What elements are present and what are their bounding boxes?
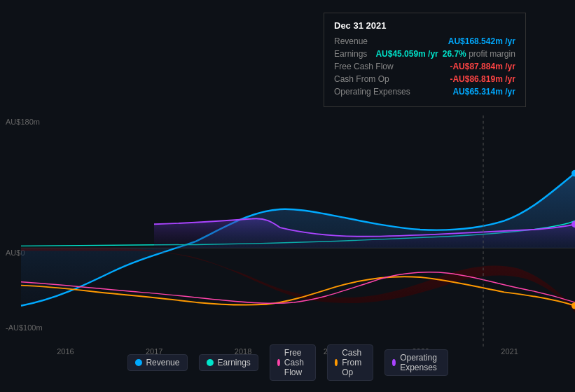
tooltip-row-cashop: Cash From Op -AU$86.819m /yr — [334, 74, 515, 84]
tooltip-label-opex: Operating Expenses — [334, 87, 410, 97]
legend-item-opex[interactable]: Operating Expenses — [385, 349, 448, 376]
tooltip-value-cashop: -AU$86.819m /yr — [450, 74, 515, 84]
x-label-2021: 2021 — [501, 347, 518, 356]
tooltip-row-earnings: Earnings AU$45.059m /yr 26.7% profit mar… — [334, 49, 515, 59]
legend-dot-revenue — [134, 359, 141, 366]
tooltip-row-opex: Operating Expenses AU$65.314m /yr — [334, 87, 515, 97]
tooltip-date: Dec 31 2021 — [334, 20, 515, 31]
tooltip-label-revenue: Revenue — [334, 36, 368, 46]
tooltip-label-fcf: Free Cash Flow — [334, 62, 394, 71]
legend: Revenue Earnings Free Cash Flow Cash Fro… — [127, 344, 448, 381]
legend-dot-earnings — [206, 359, 213, 366]
tooltip-value-revenue: AU$168.542m /yr — [448, 36, 515, 46]
x-label-2016: 2016 — [57, 347, 74, 356]
tooltip-value-earnings: AU$45.059m /yr — [375, 49, 438, 59]
tooltip-row-revenue: Revenue AU$168.542m /yr — [334, 36, 515, 46]
legend-label-fcf: Free Cash Flow — [284, 348, 308, 377]
legend-label-opex: Operating Expenses — [400, 353, 440, 372]
tooltip-label-cashop: Cash From Op — [334, 74, 389, 84]
legend-item-revenue[interactable]: Revenue — [127, 354, 187, 371]
chart-svg — [0, 115, 575, 346]
tooltip-box: Dec 31 2021 Revenue AU$168.542m /yr Earn… — [324, 13, 526, 107]
legend-dot-cashop — [335, 359, 338, 366]
tooltip-value-fcf: -AU$87.884m /yr — [450, 62, 515, 71]
legend-label-cashop: Cash From Op — [342, 348, 366, 377]
profit-margin: 26.7% profit margin — [443, 49, 515, 59]
chart-container: Dec 31 2021 Revenue AU$168.542m /yr Earn… — [0, 0, 575, 392]
legend-item-cashop[interactable]: Cash From Op — [327, 344, 373, 381]
legend-item-fcf[interactable]: Free Cash Flow — [270, 344, 316, 381]
legend-dot-fcf — [277, 359, 280, 366]
tooltip-row-fcf: Free Cash Flow -AU$87.884m /yr — [334, 62, 515, 71]
tooltip-label-earnings: Earnings — [334, 49, 367, 59]
legend-item-earnings[interactable]: Earnings — [198, 354, 258, 371]
tooltip-value-opex: AU$65.314m /yr — [452, 87, 515, 97]
legend-label-revenue: Revenue — [146, 358, 179, 368]
legend-dot-opex — [392, 359, 396, 366]
legend-label-earnings: Earnings — [217, 358, 250, 368]
